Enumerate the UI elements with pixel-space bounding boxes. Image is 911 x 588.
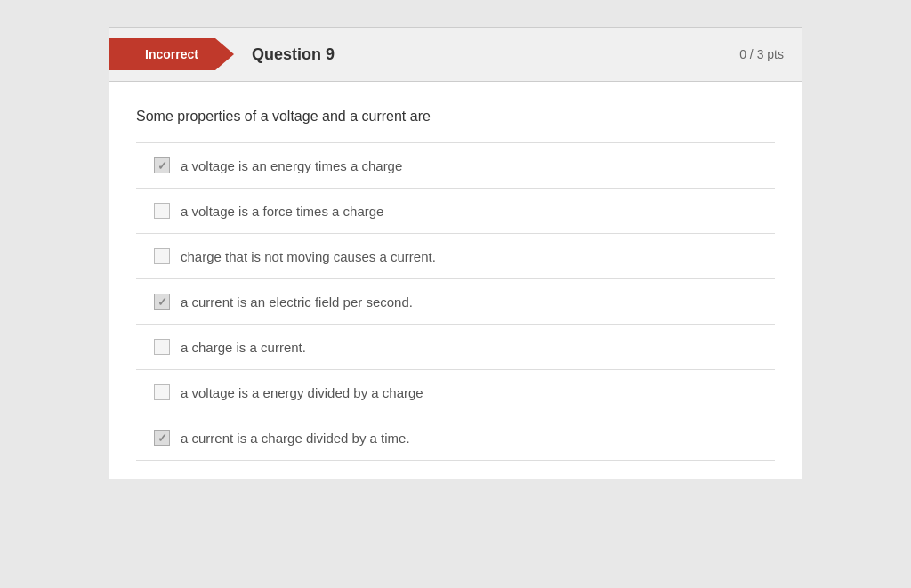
option-label: charge that is not moving causes a curre… <box>181 249 436 264</box>
option-checkbox[interactable] <box>154 248 170 264</box>
option-checkbox[interactable]: ✓ <box>154 430 170 446</box>
option-label: a voltage is a energy divided by a charg… <box>181 385 423 400</box>
incorrect-badge: Incorrect <box>109 38 234 70</box>
list-item[interactable]: a voltage is a energy divided by a charg… <box>136 370 775 415</box>
option-checkbox[interactable] <box>154 384 170 400</box>
question-body: Some properties of a voltage and a curre… <box>109 82 802 479</box>
checkmark-icon: ✓ <box>157 431 167 445</box>
incorrect-label: Incorrect <box>145 47 198 61</box>
option-checkbox[interactable]: ✓ <box>154 294 170 310</box>
option-label: a charge is a current. <box>181 340 306 355</box>
question-points: 0 / 3 pts <box>739 47 784 61</box>
question-title: Question 9 <box>252 45 739 64</box>
option-label: a current is an electric field per secon… <box>181 294 413 310</box>
list-item[interactable]: a charge is a current. <box>136 325 775 370</box>
list-item[interactable]: ✓a current is a charge divided by a time… <box>136 415 775 461</box>
list-item[interactable]: ✓a current is an electric field per seco… <box>136 279 775 325</box>
list-item[interactable]: charge that is not moving causes a curre… <box>136 234 775 279</box>
options-list: ✓a voltage is an energy times a chargea … <box>136 142 775 461</box>
question-text: Some properties of a voltage and a curre… <box>136 109 775 125</box>
option-checkbox[interactable] <box>154 203 170 219</box>
option-label: a voltage is an energy times a charge <box>181 158 402 173</box>
question-header: Incorrect Question 9 0 / 3 pts <box>109 28 802 82</box>
option-label: a voltage is a force times a charge <box>181 204 383 219</box>
list-item[interactable]: a voltage is a force times a charge <box>136 189 775 234</box>
list-item[interactable]: ✓a voltage is an energy times a charge <box>136 143 775 189</box>
question-card: Incorrect Question 9 0 / 3 pts Some prop… <box>109 27 802 479</box>
option-checkbox[interactable] <box>154 339 170 355</box>
checkmark-icon: ✓ <box>157 295 167 309</box>
checkmark-icon: ✓ <box>157 159 167 173</box>
option-label: a current is a charge divided by a time. <box>181 431 410 446</box>
option-checkbox[interactable]: ✓ <box>154 157 170 173</box>
